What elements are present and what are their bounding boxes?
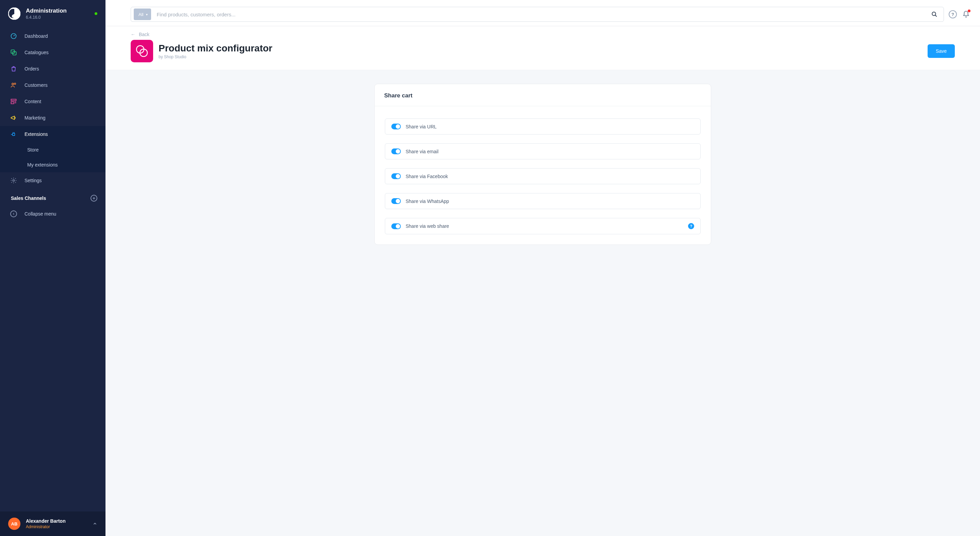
toggle-share-url[interactable] — [391, 124, 401, 129]
nav-label: Extensions — [24, 131, 48, 137]
option-share-facebook: Share via Facebook — [385, 168, 701, 184]
svg-point-15 — [13, 180, 14, 182]
page-header: ← Back Product mix configurator by Shop … — [105, 26, 980, 70]
layers-icon — [10, 49, 17, 56]
sidebar-nav: Dashboard Catalogues Orders Customers Co… — [0, 26, 105, 512]
chevron-up-icon — [92, 522, 97, 526]
svg-point-16 — [932, 12, 936, 16]
nav-extensions[interactable]: Extensions — [0, 126, 105, 142]
svg-point-6 — [14, 83, 16, 85]
svg-point-5 — [12, 83, 14, 85]
toggle-share-whatsapp[interactable] — [391, 198, 401, 204]
sales-channels-header: Sales Channels + — [0, 189, 105, 206]
save-button[interactable]: Save — [928, 44, 955, 58]
plugin-author: by Shop Studio — [159, 54, 272, 59]
svg-rect-11 — [13, 134, 15, 136]
page-title: Product mix configurator — [159, 43, 272, 54]
option-share-whatsapp: Share via WhatsApp — [385, 193, 701, 209]
back-label: Back — [139, 32, 150, 37]
filter-label: All — [138, 12, 143, 17]
nav-label: Catalogues — [24, 50, 49, 55]
arrow-left-icon: ← — [130, 32, 135, 37]
option-share-web: Share via web share ? — [385, 218, 701, 234]
collapse-label: Collapse menu — [24, 211, 56, 217]
notification-badge — [968, 10, 970, 12]
status-indicator — [95, 12, 97, 15]
settings-card: Share cart Share via URL Share via email… — [374, 84, 711, 245]
toggle-share-email[interactable] — [391, 148, 401, 154]
megaphone-icon — [10, 115, 17, 121]
nav-dashboard[interactable]: Dashboard — [0, 28, 105, 44]
nav-label: Orders — [24, 66, 39, 72]
content-area: Share cart Share via URL Share via email… — [105, 70, 980, 536]
svg-rect-8 — [11, 102, 14, 104]
nav-label: Marketing — [24, 115, 45, 121]
subnav-label: My extensions — [27, 162, 57, 168]
subnav-my-extensions[interactable]: My extensions — [0, 157, 105, 172]
search-input[interactable] — [153, 11, 927, 18]
toggle-share-facebook[interactable] — [391, 173, 401, 179]
nav-catalogues[interactable]: Catalogues — [0, 44, 105, 61]
section-label: Sales Channels — [11, 195, 46, 201]
sidebar-header: Administration 6.4.16.0 — [0, 0, 105, 26]
layout-icon — [10, 98, 17, 105]
app-title: Administration — [26, 8, 89, 14]
gear-icon — [10, 177, 17, 184]
option-label: Share via email — [406, 149, 439, 154]
toggle-share-web[interactable] — [391, 223, 401, 229]
option-label: Share via web share — [406, 223, 449, 229]
option-label: Share via Facebook — [406, 174, 448, 179]
add-sales-channel-button[interactable]: + — [91, 195, 97, 202]
users-icon — [10, 82, 17, 89]
help-button[interactable]: ? — [949, 10, 957, 18]
nav-content[interactable]: Content — [0, 93, 105, 110]
app-version: 6.4.16.0 — [26, 15, 89, 20]
nav-customers[interactable]: Customers — [0, 77, 105, 93]
svg-line-17 — [935, 15, 937, 17]
nav-label: Settings — [24, 178, 42, 183]
nav-label: Customers — [24, 82, 48, 88]
nav-marketing[interactable]: Marketing — [0, 110, 105, 126]
collapse-menu-button[interactable]: Collapse menu — [0, 206, 105, 222]
sidebar: Administration 6.4.16.0 Dashboard Catalo… — [0, 0, 105, 536]
card-title: Share cart — [375, 84, 711, 106]
main-content: All ▾ ? ← Back — [105, 0, 980, 536]
nav-label: Dashboard — [24, 34, 48, 39]
nav-orders[interactable]: Orders — [0, 61, 105, 77]
nav-label: Content — [24, 99, 41, 104]
subnav-label: Store — [27, 147, 38, 153]
search-icon[interactable] — [927, 11, 942, 18]
avatar: AB — [8, 518, 21, 530]
notifications-button[interactable] — [962, 10, 970, 19]
back-link[interactable]: ← Back — [130, 32, 955, 37]
nav-settings[interactable]: Settings — [0, 172, 105, 189]
option-label: Share via WhatsApp — [406, 199, 449, 204]
user-role: Administrator — [26, 525, 66, 529]
help-tooltip-button[interactable]: ? — [688, 223, 694, 229]
plug-icon — [10, 131, 17, 137]
topbar: All ▾ ? — [105, 0, 980, 26]
chevron-left-icon — [10, 211, 17, 217]
bag-icon — [10, 65, 17, 72]
search-filter-dropdown[interactable]: All ▾ — [134, 8, 151, 20]
user-name: Alexander Barton — [26, 518, 66, 524]
svg-rect-7 — [11, 99, 16, 100]
option-share-url: Share via URL — [385, 118, 701, 134]
user-menu[interactable]: AB Alexander Barton Administrator — [0, 512, 105, 536]
option-share-email: Share via email — [385, 144, 701, 160]
gauge-icon — [10, 33, 17, 40]
app-logo — [8, 8, 21, 20]
option-label: Share via URL — [406, 124, 437, 129]
chevron-down-icon: ▾ — [146, 13, 148, 16]
subnav-store[interactable]: Store — [0, 142, 105, 157]
plugin-icon — [130, 40, 153, 62]
search-bar: All ▾ — [130, 7, 944, 22]
